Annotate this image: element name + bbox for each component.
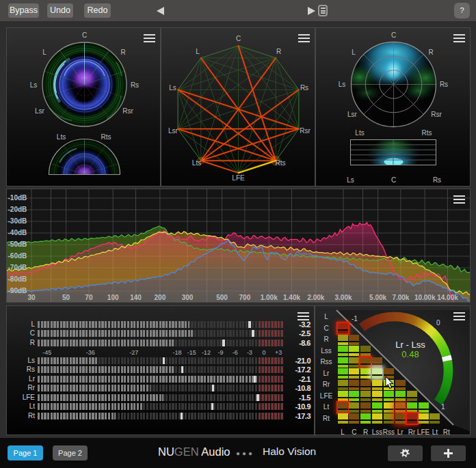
svg-text:Lts: Lts (192, 159, 201, 167)
svg-text:-80dB: -80dB (8, 275, 27, 283)
svg-text:5.00k: 5.00k (369, 294, 386, 301)
svg-text:-70dB: -70dB (8, 264, 27, 271)
svg-text:Lsr: Lsr (168, 127, 178, 135)
svg-text:100: 100 (107, 294, 119, 301)
svg-text:200: 200 (155, 294, 166, 301)
svg-text:LFE: LFE (232, 174, 245, 182)
svg-text:L: L (352, 49, 356, 56)
svg-text:-30dB: -30dB (8, 217, 27, 225)
svg-text:L: L (42, 49, 47, 56)
svg-text:14.00k: 14.00k (437, 294, 458, 301)
svg-text:R: R (428, 49, 433, 56)
svg-text:10.00k: 10.00k (414, 294, 436, 301)
svg-text:L: L (196, 48, 200, 55)
svg-text:Rsr: Rsr (431, 111, 442, 118)
svg-text:Rts: Rts (276, 159, 286, 167)
svg-text:Lts: Lts (355, 129, 364, 137)
svg-text:2.00k: 2.00k (307, 294, 324, 301)
svg-text:Lsr: Lsr (35, 107, 45, 115)
svg-text:R: R (120, 49, 125, 56)
svg-text:1.40k: 1.40k (283, 294, 300, 301)
svg-text:Ls: Ls (30, 81, 38, 89)
svg-text:-40dB: -40dB (8, 229, 27, 236)
svg-text:Ls: Ls (169, 84, 176, 92)
svg-text:Lts: Lts (57, 133, 66, 141)
svg-text:Ls: Ls (339, 81, 346, 88)
svg-text:1.00k: 1.00k (261, 294, 278, 301)
svg-text:Rs: Rs (131, 81, 139, 89)
svg-text:C: C (391, 31, 396, 39)
svg-text:Rts: Rts (101, 133, 111, 141)
svg-text:7.00k: 7.00k (392, 294, 409, 301)
svg-text:R: R (276, 48, 281, 55)
svg-text:500: 500 (216, 294, 228, 301)
svg-text:50: 50 (62, 294, 70, 301)
svg-text:Rs: Rs (433, 176, 441, 184)
svg-text:-60dB: -60dB (8, 252, 27, 260)
svg-text:-90dB: -90dB (8, 287, 27, 294)
svg-text:C: C (82, 31, 87, 39)
svg-text:70: 70 (85, 294, 93, 301)
svg-text:Rsr: Rsr (122, 107, 133, 115)
svg-text:3.00k: 3.00k (334, 294, 352, 301)
svg-text:140: 140 (130, 294, 142, 301)
svg-text:Rs: Rs (440, 81, 448, 88)
svg-text:700: 700 (239, 294, 251, 301)
svg-text:Rts: Rts (422, 129, 432, 137)
svg-text:Rs: Rs (300, 84, 308, 92)
svg-text:Lsr: Lsr (347, 111, 358, 118)
svg-text:-50dB: -50dB (8, 240, 27, 248)
svg-text:Rsr: Rsr (300, 127, 310, 135)
svg-text:-10dB: -10dB (8, 194, 27, 202)
svg-text:300: 300 (182, 294, 194, 301)
svg-text:C: C (391, 176, 396, 184)
svg-text:Ls: Ls (347, 176, 354, 184)
svg-text:C: C (236, 35, 241, 42)
svg-text:30: 30 (27, 294, 36, 301)
svg-text:-20dB: -20dB (8, 206, 27, 213)
